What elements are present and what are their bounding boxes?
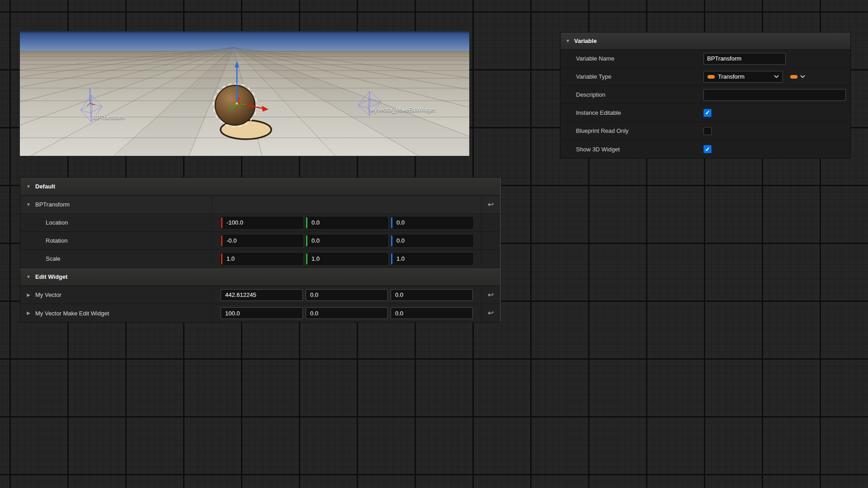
container-type-dropdown[interactable]: [790, 75, 805, 79]
location-y-input[interactable]: 0.0: [306, 217, 388, 229]
my-vector-x-value: 442.612245: [225, 291, 256, 298]
caret-down-icon: ▼: [565, 39, 571, 43]
description-label: Description: [561, 91, 703, 98]
show-3d-widget-label: Show 3D Widget: [561, 146, 703, 153]
rotation-x-input[interactable]: -0.0: [221, 235, 303, 247]
category-default[interactable]: ▼ Default: [20, 178, 500, 196]
scale-y-value: 1.0: [311, 255, 320, 262]
container-type-pin-icon: [790, 75, 797, 79]
rotation-z-value: 0.0: [396, 237, 405, 244]
my-vector-row: ▶ My Vector 442.612245 0.0 0.0 ↩: [20, 286, 500, 304]
bptransform-property-label: BPTransform: [35, 201, 70, 208]
scale-label: Scale: [46, 255, 61, 262]
location-z-value: 0.0: [396, 219, 405, 226]
variable-type-dropdown[interactable]: Transform: [703, 71, 783, 83]
my-vector-y-value: 0.0: [310, 291, 318, 298]
mvmew-z-value: 0.0: [395, 310, 403, 317]
mvmew-x-value: 100.0: [225, 310, 240, 317]
scale-x-input[interactable]: 1.0: [221, 253, 303, 265]
rotation-row: Rotation -0.0 0.0 0.0: [20, 232, 500, 250]
location-x-input[interactable]: -100.0: [221, 217, 303, 229]
scale-row: Scale 1.0 1.0 1.0: [20, 250, 500, 268]
variable-section-header[interactable]: ▼ Variable: [561, 33, 850, 50]
caret-down-icon[interactable]: ▼: [26, 202, 31, 207]
check-icon: ✓: [705, 146, 710, 152]
chevron-down-icon: [774, 75, 779, 78]
transform-pin-icon: [708, 75, 715, 79]
category-edit-widget[interactable]: ▼ Edit Widget: [20, 268, 500, 286]
variable-section-title: Variable: [574, 38, 597, 44]
my-vector-make-edit-widget-z-input[interactable]: 0.0: [391, 307, 473, 319]
category-default-label: Default: [35, 183, 55, 190]
variable-details-panel: ▼ Variable Variable Name Variable Type T…: [560, 32, 851, 159]
reset-to-default-icon[interactable]: ↩: [488, 201, 494, 208]
my-vector-make-edit-widget-row: ▶ My Vector Make Edit Widget 100.0 0.0 0…: [20, 304, 500, 322]
description-row: Description: [561, 86, 850, 104]
blueprint-grid-background[interactable]: BPTransform MyVector_MakeEditWidget ▼ Va…: [0, 0, 868, 488]
widget-label-myvector-makeeditwidget: MyVector_MakeEditWidget: [370, 107, 435, 113]
blueprint-read-only-label: Blueprint Read Only: [561, 127, 703, 134]
viewport-3d-preview[interactable]: BPTransform MyVector_MakeEditWidget: [20, 31, 469, 156]
location-z-input[interactable]: 0.0: [391, 217, 473, 229]
instance-editable-row: Instance Editable ✓: [561, 104, 850, 122]
location-label: Location: [46, 219, 68, 226]
caret-down-icon: ▼: [26, 275, 31, 279]
chevron-down-icon: [800, 75, 805, 78]
show-3d-widget-row: Show 3D Widget ✓: [561, 140, 850, 158]
variable-name-label: Variable Name: [561, 55, 703, 62]
blueprint-read-only-row: Blueprint Read Only ✓: [561, 122, 850, 140]
description-input[interactable]: [703, 89, 846, 101]
caret-right-icon[interactable]: ▶: [26, 311, 31, 315]
rotation-y-value: 0.0: [311, 237, 320, 244]
variable-name-input[interactable]: [703, 53, 786, 65]
reset-to-default-icon[interactable]: ↩: [488, 310, 494, 317]
instance-editable-checkbox[interactable]: ✓: [703, 109, 712, 117]
location-y-value: 0.0: [311, 219, 320, 226]
scale-z-value: 1.0: [396, 255, 405, 262]
my-vector-make-edit-widget-label: My Vector Make Edit Widget: [35, 310, 109, 317]
my-vector-make-edit-widget-y-input[interactable]: 0.0: [306, 307, 388, 319]
my-vector-label: My Vector: [35, 291, 61, 298]
my-vector-x-input[interactable]: 442.612245: [221, 289, 303, 301]
variable-name-row: Variable Name: [561, 50, 850, 68]
location-x-value: -100.0: [226, 219, 243, 226]
scale-y-input[interactable]: 1.0: [306, 253, 388, 265]
my-vector-z-input[interactable]: 0.0: [391, 289, 473, 301]
rotation-x-value: -0.0: [226, 237, 236, 244]
caret-right-icon[interactable]: ▶: [26, 293, 31, 297]
bptransform-property-row[interactable]: ▼ BPTransform ↩: [20, 196, 500, 214]
category-edit-widget-label: Edit Widget: [35, 273, 67, 280]
caret-down-icon: ▼: [26, 184, 31, 189]
scale-x-value: 1.0: [226, 255, 235, 262]
my-vector-make-edit-widget-x-input[interactable]: 100.0: [221, 307, 303, 319]
check-icon: ✓: [705, 110, 710, 116]
location-row: Location -100.0 0.0 0.0: [20, 214, 500, 232]
viewport-3d-scene: [20, 31, 469, 156]
reset-to-default-icon[interactable]: ↩: [488, 291, 494, 299]
rotation-label: Rotation: [46, 237, 67, 244]
instance-editable-label: Instance Editable: [561, 109, 703, 116]
my-vector-y-input[interactable]: 0.0: [306, 289, 388, 301]
rotation-y-input[interactable]: 0.0: [306, 235, 388, 247]
class-defaults-panel: ▼ Default ▼ BPTransform ↩ Location -100.…: [20, 177, 501, 323]
blueprint-read-only-checkbox[interactable]: ✓: [703, 127, 712, 135]
variable-type-label: Variable Type: [561, 73, 703, 80]
variable-type-value: Transform: [718, 73, 771, 80]
widget-label-bptransform: BPTransform: [93, 114, 125, 121]
scale-z-input[interactable]: 1.0: [391, 253, 473, 265]
mvmew-y-value: 0.0: [310, 310, 318, 317]
show-3d-widget-checkbox[interactable]: ✓: [703, 145, 712, 153]
rotation-z-input[interactable]: 0.0: [391, 235, 473, 247]
variable-type-row: Variable Type Transform: [561, 68, 850, 86]
my-vector-z-value: 0.0: [395, 291, 403, 298]
